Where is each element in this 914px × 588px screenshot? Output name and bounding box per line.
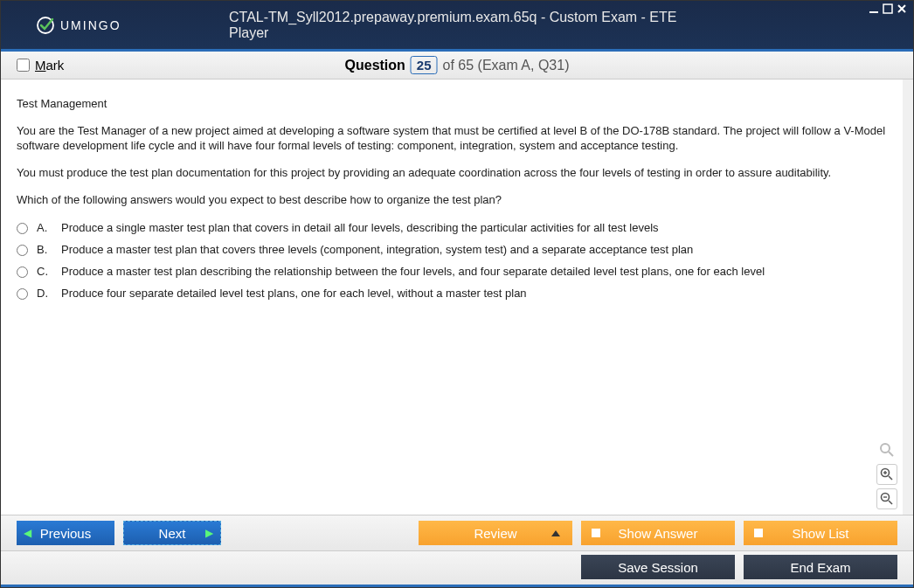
option-letter: D.: [37, 287, 52, 301]
zoom-out-button[interactable]: [876, 488, 897, 509]
question-paragraph: You are the Test Manager of a new projec…: [17, 124, 887, 154]
option-text: Produce a master test plan that covers t…: [61, 243, 693, 258]
logo: UMINGO: [36, 16, 121, 35]
question-category: Test Management: [17, 97, 887, 112]
option-letter: A.: [37, 221, 52, 236]
option-radio[interactable]: [17, 266, 28, 278]
button-label: Review: [474, 526, 516, 541]
minimize-icon[interactable]: [868, 3, 880, 15]
show-answer-button[interactable]: Show Answer: [581, 521, 735, 545]
window-title: CTAL-TM_Syll2012.prepaway.premium.exam.6…: [229, 10, 685, 41]
end-exam-button[interactable]: End Exam: [744, 555, 897, 579]
zoom-in-button[interactable]: [876, 464, 897, 485]
close-icon[interactable]: [896, 3, 908, 15]
svg-rect-1: [869, 11, 878, 13]
option-row[interactable]: A. Produce a single master test plan tha…: [17, 221, 887, 236]
toolbar-row-2: Save Session End Exam: [1, 550, 913, 585]
review-button[interactable]: Review: [419, 521, 572, 545]
question-paragraph: You must produce the test plan documenta…: [17, 166, 887, 181]
square-icon: [592, 529, 600, 537]
svg-line-10: [889, 501, 892, 504]
triangle-up-icon: [551, 530, 560, 536]
show-list-button[interactable]: Show List: [744, 521, 897, 545]
question-indicator: Question 25 of 65 (Exam A, Q31): [345, 56, 570, 74]
zoom-in-icon: [880, 467, 894, 481]
maximize-icon[interactable]: [882, 3, 894, 15]
button-label: Previous: [40, 526, 91, 541]
app-window: UMINGO CTAL-TM_Syll2012.prepaway.premium…: [0, 0, 914, 588]
question-label: Question: [345, 58, 405, 73]
zoom-out-icon: [880, 492, 894, 506]
option-radio[interactable]: [17, 245, 28, 256]
question-paragraph: Which of the following answers would you…: [17, 193, 887, 208]
button-label: Next: [159, 526, 186, 541]
button-label: End Exam: [790, 560, 850, 575]
square-icon: [754, 529, 763, 537]
button-label: Show Answer: [619, 526, 698, 541]
svg-line-4: [889, 452, 893, 456]
option-row[interactable]: B. Produce a master test plan that cover…: [17, 243, 887, 258]
mark-checkbox[interactable]: [17, 59, 30, 72]
question-total: of 65 (Exam A, Q31): [443, 58, 570, 73]
option-row[interactable]: D. Produce four separate detailed level …: [17, 287, 887, 301]
toolbar-row-1: ◀ Previous Next ▶ Review Show Answer Sho…: [1, 515, 913, 550]
option-letter: B.: [37, 243, 52, 258]
question-number: 25: [411, 56, 438, 74]
option-row[interactable]: C. Produce a master test plan describing…: [17, 265, 887, 280]
next-button[interactable]: Next ▶: [123, 521, 221, 545]
svg-rect-2: [883, 4, 892, 13]
zoom-controls: [876, 439, 897, 509]
button-label: Show List: [792, 526, 848, 541]
magnifier-icon: [879, 442, 895, 458]
window-controls: [868, 3, 908, 15]
arrow-right-icon: ▶: [205, 527, 213, 539]
option-radio[interactable]: [17, 223, 28, 234]
option-letter: C.: [37, 265, 52, 280]
arrow-left-icon: ◀: [24, 527, 31, 539]
question-content: Test Management You are the Test Manager…: [1, 80, 913, 515]
option-text: Produce four separate detailed level tes…: [61, 287, 527, 301]
question-bar: Mark Question 25 of 65 (Exam A, Q31): [1, 52, 913, 80]
previous-button[interactable]: ◀ Previous: [17, 521, 114, 545]
button-label: Save Session: [618, 560, 698, 575]
mark-checkbox-label[interactable]: Mark: [17, 58, 64, 73]
option-text: Produce a single master test plan that c…: [61, 221, 659, 236]
bottom-accent: [1, 585, 913, 587]
logo-icon: [36, 16, 55, 35]
option-text: Produce a master test plan describing th…: [61, 265, 765, 280]
svg-line-6: [889, 476, 892, 480]
mark-label-text: Mark: [35, 58, 64, 73]
zoom-reset-button[interactable]: [876, 439, 897, 460]
save-session-button[interactable]: Save Session: [581, 555, 735, 579]
titlebar: UMINGO CTAL-TM_Syll2012.prepaway.premium…: [1, 1, 913, 52]
svg-point-3: [881, 444, 890, 453]
option-radio[interactable]: [17, 288, 28, 300]
options-list: A. Produce a single master test plan tha…: [17, 221, 887, 301]
logo-text: UMINGO: [60, 18, 121, 32]
